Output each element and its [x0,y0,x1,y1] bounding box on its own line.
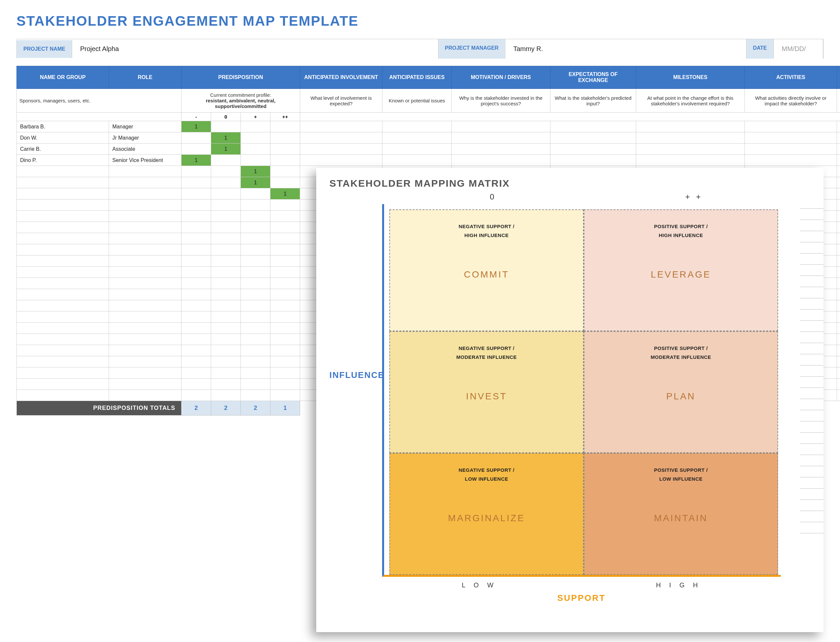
empty-cell[interactable] [241,334,270,345]
empty-cell[interactable] [745,121,837,132]
empty-cell[interactable] [551,155,636,166]
empty-cell[interactable] [837,356,840,367]
empty-cell[interactable] [837,244,840,256]
empty-cell[interactable] [182,233,211,244]
empty-cell[interactable] [837,177,840,188]
empty-cell[interactable] [837,188,840,199]
predisp-cell[interactable] [182,177,211,188]
predisp-cell[interactable] [211,121,241,132]
predisp-cell[interactable]: 1 [182,121,211,132]
empty-cell[interactable] [382,144,452,155]
empty-cell[interactable] [109,367,182,379]
empty-cell[interactable] [270,323,300,334]
empty-cell[interactable] [182,390,211,401]
empty-cell[interactable] [837,379,840,390]
empty-cell[interactable] [109,356,182,367]
empty-cell[interactable] [211,222,241,233]
empty-cell[interactable] [109,390,182,401]
empty-cell[interactable] [109,267,182,278]
empty-cell[interactable] [241,311,270,323]
empty-cell[interactable] [270,244,300,256]
empty-cell[interactable] [182,244,211,256]
empty-cell[interactable] [270,278,300,289]
empty-cell[interactable] [211,267,241,278]
empty-cell[interactable] [837,367,840,379]
empty-cell[interactable] [241,289,270,300]
predisp-cell[interactable] [211,188,241,199]
empty-cell[interactable] [182,278,211,289]
empty-cell[interactable] [17,267,109,278]
empty-cell[interactable] [551,132,636,144]
empty-cell[interactable] [636,144,745,155]
empty-cell[interactable] [17,199,109,211]
empty-cell[interactable] [17,379,109,390]
empty-cell[interactable] [745,155,837,166]
predisp-cell[interactable] [241,132,270,144]
empty-cell[interactable] [837,132,840,144]
empty-cell[interactable] [636,132,745,144]
predisp-cell[interactable] [270,177,300,188]
predisp-cell[interactable] [270,155,300,166]
cell-name[interactable] [17,166,109,177]
empty-cell[interactable] [837,222,840,233]
empty-cell[interactable] [17,390,109,401]
empty-cell[interactable] [270,300,300,311]
empty-cell[interactable] [241,211,270,222]
empty-cell[interactable] [17,289,109,300]
empty-cell[interactable] [182,267,211,278]
predisp-cell[interactable] [182,188,211,199]
project-name-value[interactable]: Project Alpha [72,39,438,58]
empty-cell[interactable] [211,379,241,390]
empty-cell[interactable] [109,199,182,211]
empty-cell[interactable] [837,311,840,323]
empty-cell[interactable] [211,311,241,323]
empty-cell[interactable] [241,267,270,278]
empty-cell[interactable] [270,379,300,390]
empty-cell[interactable] [270,289,300,300]
empty-cell[interactable] [17,233,109,244]
table-row[interactable]: Barbara B.Manager1 [17,121,840,132]
empty-cell[interactable] [241,300,270,311]
empty-cell[interactable] [182,311,211,323]
predisp-cell[interactable] [211,155,241,166]
cell-role[interactable]: Manager [109,121,182,132]
empty-cell[interactable] [270,356,300,367]
empty-cell[interactable] [452,144,551,155]
predisp-cell[interactable]: 1 [211,132,241,144]
empty-cell[interactable] [182,289,211,300]
empty-cell[interactable] [837,390,840,401]
empty-cell[interactable] [17,334,109,345]
cell-role[interactable]: Senior Vice President [109,155,182,166]
empty-cell[interactable] [109,323,182,334]
predisp-cell[interactable] [241,144,270,155]
cell-name[interactable]: Barbara B. [17,121,109,132]
cell-role[interactable]: Associate [109,144,182,155]
project-manager-value[interactable]: Tammy R. [505,39,746,58]
cell-role[interactable]: Jr Manager [109,132,182,144]
predisp-cell[interactable] [241,121,270,132]
empty-cell[interactable] [241,390,270,401]
empty-cell[interactable] [241,244,270,256]
empty-cell[interactable] [109,311,182,323]
cell-name[interactable]: Carrie B. [17,144,109,155]
empty-cell[interactable] [270,233,300,244]
empty-cell[interactable] [182,356,211,367]
empty-cell[interactable] [109,379,182,390]
empty-cell[interactable] [17,256,109,267]
empty-cell[interactable] [270,256,300,267]
predisp-cell[interactable] [270,166,300,177]
empty-cell[interactable] [109,256,182,267]
empty-cell[interactable] [17,367,109,379]
empty-cell[interactable] [211,211,241,222]
empty-cell[interactable] [182,211,211,222]
empty-cell[interactable] [211,323,241,334]
empty-cell[interactable] [837,166,840,177]
predisp-cell[interactable] [211,177,241,188]
empty-cell[interactable] [551,144,636,155]
empty-cell[interactable] [452,121,551,132]
empty-cell[interactable] [211,356,241,367]
empty-cell[interactable] [382,155,452,166]
empty-cell[interactable] [211,367,241,379]
empty-cell[interactable] [837,267,840,278]
empty-cell[interactable] [182,222,211,233]
